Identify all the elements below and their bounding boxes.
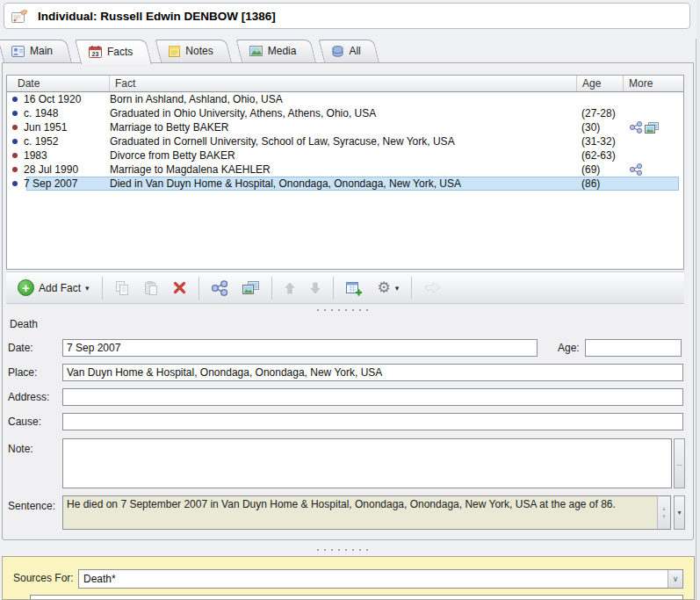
facts-table: Date Fact Age More 16 Oct 1920 Born in A…: [6, 75, 684, 270]
fact-date: 16 Oct 1920: [7, 93, 110, 105]
note-field[interactable]: [62, 438, 672, 488]
settings-button[interactable]: ⚙ ▾: [372, 276, 405, 300]
next-button[interactable]: [419, 276, 447, 300]
fact-description: Marriage to Betty BAKER: [110, 121, 577, 134]
right-arrow-icon: [424, 280, 442, 295]
toolbar-separator: [198, 277, 199, 300]
chevron-down-icon: ▾: [395, 284, 400, 293]
sources-for-dropdown[interactable]: Death* ∨: [78, 569, 683, 589]
sources-for-label: Sources For:: [13, 572, 74, 584]
record-title-bar: Individual: Russell Edwin DENBOW [1386]: [4, 3, 690, 29]
sentence-field[interactable]: He died on 7 September 2007 in Van Duyn …: [62, 495, 671, 530]
fact-more-cell: [624, 121, 683, 134]
window-edge-line: [696, 39, 696, 600]
page-title: Individual: Russell Edwin DENBOW [1386]: [38, 10, 276, 23]
address-label: Address:: [8, 391, 49, 403]
date-label: Date:: [8, 342, 33, 354]
delete-fact-button[interactable]: [168, 276, 191, 300]
fact-description: Marriage to Magdalena KAEHLER: [110, 163, 577, 176]
window-edge: [696, 0, 700, 600]
tab-all[interactable]: All: [324, 40, 379, 62]
calendar-23-icon: 23: [89, 46, 102, 58]
cause-label: Cause:: [8, 416, 41, 428]
move-down-button[interactable]: [305, 276, 326, 300]
witness-links-button[interactable]: [206, 276, 233, 300]
table-row[interactable]: Jun 1951 Marriage to Betty BAKER (30): [7, 120, 683, 134]
table-row[interactable]: c. 1952 Graduated in Cornell University,…: [7, 134, 683, 148]
fact-age: (27-28): [577, 107, 624, 119]
table-row[interactable]: 28 Jul 1990 Marriage to Magdalena KAEHLE…: [7, 163, 683, 177]
column-header-date[interactable]: Date: [7, 76, 110, 91]
plus-circle-icon: +: [18, 279, 34, 296]
tab-label: Media: [268, 45, 297, 57]
facts-tab-panel: Date Fact Age More 16 Oct 1920 Born in A…: [2, 62, 694, 540]
column-header-fact[interactable]: Fact: [110, 76, 577, 91]
facts-table-body: 16 Oct 1920 Born in Ashland, Ashland, Oh…: [7, 92, 683, 191]
toolbar-separator: [411, 277, 412, 300]
sentence-dropdown-button[interactable]: ▾: [674, 495, 685, 530]
cause-field[interactable]: [62, 413, 683, 430]
media-icon[interactable]: [645, 122, 659, 134]
calendar-add-button[interactable]: [341, 276, 368, 300]
fact-description: Born in Ashland, Ashland, Ohio, USA: [110, 93, 577, 105]
column-header-more[interactable]: More: [624, 76, 683, 91]
table-row[interactable]: c. 1948 Graduated in Ohio University, At…: [7, 106, 683, 120]
tab-media[interactable]: Media: [242, 40, 316, 62]
add-fact-button[interactable]: + Add Fact ▾: [12, 276, 95, 300]
sticky-note-icon: [169, 46, 180, 57]
note-expand-button[interactable]: ...: [674, 438, 685, 488]
sentence-spinner[interactable]: ▲ ▼: [657, 496, 670, 529]
sentence-text: He died on 7 September 2007 in Van Duyn …: [63, 496, 657, 529]
share-icon: [212, 280, 227, 296]
place-field[interactable]: [62, 364, 683, 381]
fact-age: (30): [577, 121, 624, 134]
fact-detail-title: Death: [10, 318, 38, 330]
tab-notes[interactable]: Notes: [161, 40, 232, 62]
paste-button[interactable]: [139, 276, 163, 300]
copy-icon: [115, 281, 129, 295]
note-label: Note:: [8, 443, 33, 455]
spinner-up-icon: ▲: [661, 506, 667, 511]
age-field[interactable]: [585, 339, 682, 357]
share-icon[interactable]: [630, 121, 642, 134]
tab-facts[interactable]: 23 Facts: [81, 40, 152, 63]
move-up-button[interactable]: [279, 276, 300, 300]
fact-age: (31-32): [577, 135, 624, 148]
copy-button[interactable]: [110, 276, 134, 300]
chevron-down-icon[interactable]: ∨: [668, 570, 682, 588]
chevron-down-icon: ▾: [85, 284, 90, 293]
fact-date: c. 1952: [7, 135, 110, 148]
table-row[interactable]: 16 Oct 1920 Born in Ashland, Ashland, Oh…: [7, 92, 683, 106]
calendar-add-icon: [346, 280, 363, 296]
table-row[interactable]: 7 Sep 2007 Died in Van Duyn Home & Hospi…: [7, 177, 683, 191]
fact-description: Died in Van Duyn Home & Hospital, Ononda…: [110, 177, 577, 190]
chevron-down-icon: ▾: [677, 509, 681, 517]
fact-date: 28 Jul 1990: [7, 163, 110, 176]
date-field[interactable]: [62, 339, 538, 357]
address-field[interactable]: [62, 388, 683, 406]
spinner-down-icon: ▼: [661, 514, 667, 519]
fact-age: (86): [577, 177, 624, 190]
sentence-label: Sentence:: [8, 500, 55, 512]
tab-bar: Main 23 Facts Notes Media: [4, 40, 389, 63]
facts-table-header: Date Fact Age More: [7, 76, 683, 92]
fact-date: Jun 1951: [7, 121, 110, 134]
toolbar-separator: [333, 277, 334, 300]
splitter-grip[interactable]: [317, 547, 373, 552]
column-header-age[interactable]: Age: [577, 76, 624, 91]
sources-list[interactable]: [30, 595, 683, 600]
media-button[interactable]: [237, 276, 264, 300]
up-arrow-icon: [285, 282, 295, 294]
table-row[interactable]: 1983 Divorce from Betty BAKER (62-63): [7, 148, 683, 163]
toolbar-separator: [102, 277, 103, 300]
fact-description: Divorce from Betty BAKER: [110, 149, 577, 162]
database-icon: [332, 46, 343, 57]
share-icon[interactable]: [630, 163, 642, 176]
media-icon: [242, 281, 259, 294]
down-arrow-icon: [310, 282, 321, 294]
gear-icon: ⚙: [378, 280, 391, 295]
svg-text:23: 23: [92, 50, 99, 56]
toolbar-separator: [271, 277, 272, 300]
splitter-grip[interactable]: [317, 307, 373, 312]
tab-main[interactable]: Main: [4, 40, 72, 62]
